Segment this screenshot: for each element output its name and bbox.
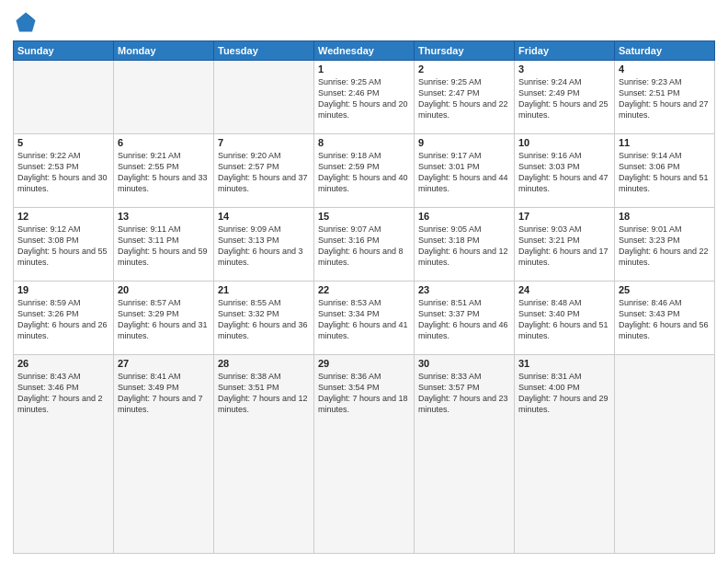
- day-number: 9: [418, 137, 510, 148]
- calendar-cell-w4-d3: 29Sunrise: 8:36 AM Sunset: 3:54 PM Dayli…: [314, 355, 415, 554]
- calendar-cell-w4-d4: 30Sunrise: 8:33 AM Sunset: 3:57 PM Dayli…: [415, 355, 515, 554]
- calendar-cell-w1-d5: 10Sunrise: 9:16 AM Sunset: 3:03 PM Dayli…: [515, 134, 615, 208]
- calendar-body: 1Sunrise: 9:25 AM Sunset: 2:46 PM Daylig…: [14, 61, 715, 554]
- day-number: 27: [118, 358, 210, 369]
- calendar-cell-w1-d4: 9Sunrise: 9:17 AM Sunset: 3:01 PM Daylig…: [415, 134, 515, 208]
- cell-content: Sunrise: 8:51 AM Sunset: 3:37 PM Dayligh…: [418, 297, 510, 342]
- calendar-header: SundayMondayTuesdayWednesdayThursdayFrid…: [14, 41, 715, 61]
- day-number: 29: [318, 358, 410, 369]
- cell-content: Sunrise: 9:23 AM Sunset: 2:51 PM Dayligh…: [619, 76, 711, 121]
- calendar-cell-w0-d5: 3Sunrise: 9:24 AM Sunset: 2:49 PM Daylig…: [515, 61, 615, 134]
- calendar-cell-w2-d0: 12Sunrise: 9:12 AM Sunset: 3:08 PM Dayli…: [14, 208, 114, 282]
- day-number: 28: [218, 358, 310, 369]
- cell-content: Sunrise: 9:09 AM Sunset: 3:13 PM Dayligh…: [218, 224, 310, 269]
- day-number: 2: [418, 63, 510, 75]
- cell-content: Sunrise: 9:11 AM Sunset: 3:11 PM Dayligh…: [118, 224, 210, 269]
- cell-content: Sunrise: 8:55 AM Sunset: 3:32 PM Dayligh…: [218, 297, 310, 342]
- cell-content: Sunrise: 8:43 AM Sunset: 3:46 PM Dayligh…: [17, 371, 109, 416]
- calendar-cell-w1-d1: 6Sunrise: 9:21 AM Sunset: 2:55 PM Daylig…: [114, 134, 214, 208]
- cell-content: Sunrise: 8:36 AM Sunset: 3:54 PM Dayligh…: [318, 371, 410, 416]
- weekday-header-saturday: Saturday: [615, 41, 715, 61]
- day-number: 24: [518, 284, 610, 295]
- calendar-cell-w1-d0: 5Sunrise: 9:22 AM Sunset: 2:53 PM Daylig…: [14, 134, 114, 208]
- day-number: 17: [518, 211, 610, 222]
- calendar-cell-w0-d4: 2Sunrise: 9:25 AM Sunset: 2:47 PM Daylig…: [415, 61, 515, 134]
- day-number: 30: [418, 358, 510, 369]
- calendar-cell-w0-d1: [114, 61, 214, 134]
- calendar-week-0: 1Sunrise: 9:25 AM Sunset: 2:46 PM Daylig…: [14, 61, 715, 134]
- day-number: 3: [518, 63, 610, 75]
- day-number: 6: [118, 137, 210, 148]
- day-number: 1: [318, 63, 410, 75]
- calendar-cell-w3-d4: 23Sunrise: 8:51 AM Sunset: 3:37 PM Dayli…: [415, 282, 515, 355]
- calendar-cell-w1-d6: 11Sunrise: 9:14 AM Sunset: 3:06 PM Dayli…: [615, 134, 715, 208]
- calendar-cell-w0-d2: [214, 61, 314, 134]
- calendar-week-4: 26Sunrise: 8:43 AM Sunset: 3:46 PM Dayli…: [14, 355, 715, 554]
- calendar-cell-w2-d6: 18Sunrise: 9:01 AM Sunset: 3:23 PM Dayli…: [615, 208, 715, 282]
- day-number: 19: [17, 284, 109, 295]
- calendar-cell-w4-d6: [615, 355, 715, 554]
- calendar-cell-w3-d3: 22Sunrise: 8:53 AM Sunset: 3:34 PM Dayli…: [314, 282, 415, 355]
- calendar-cell-w2-d1: 13Sunrise: 9:11 AM Sunset: 3:11 PM Dayli…: [114, 208, 214, 282]
- day-number: 10: [518, 137, 610, 148]
- calendar-week-2: 12Sunrise: 9:12 AM Sunset: 3:08 PM Dayli…: [14, 208, 715, 282]
- cell-content: Sunrise: 8:53 AM Sunset: 3:34 PM Dayligh…: [318, 297, 410, 342]
- weekday-header-sunday: Sunday: [14, 41, 114, 61]
- calendar-cell-w4-d5: 31Sunrise: 8:31 AM Sunset: 4:00 PM Dayli…: [515, 355, 615, 554]
- cell-content: Sunrise: 9:22 AM Sunset: 2:53 PM Dayligh…: [17, 150, 109, 195]
- svg-marker-0: [17, 13, 36, 32]
- calendar-table: SundayMondayTuesdayWednesdayThursdayFrid…: [13, 40, 715, 554]
- cell-content: Sunrise: 9:16 AM Sunset: 3:03 PM Dayligh…: [518, 150, 610, 195]
- day-number: 4: [619, 63, 711, 75]
- cell-content: Sunrise: 9:07 AM Sunset: 3:16 PM Dayligh…: [318, 224, 410, 269]
- day-number: 7: [218, 137, 310, 148]
- calendar-cell-w2-d4: 16Sunrise: 9:05 AM Sunset: 3:18 PM Dayli…: [415, 208, 515, 282]
- calendar-cell-w0-d3: 1Sunrise: 9:25 AM Sunset: 2:46 PM Daylig…: [314, 61, 415, 134]
- day-number: 16: [418, 211, 510, 222]
- logo: [13, 9, 42, 35]
- weekday-header-row: SundayMondayTuesdayWednesdayThursdayFrid…: [14, 41, 715, 61]
- cell-content: Sunrise: 9:05 AM Sunset: 3:18 PM Dayligh…: [418, 224, 510, 269]
- cell-content: Sunrise: 9:20 AM Sunset: 2:57 PM Dayligh…: [218, 150, 310, 195]
- calendar-cell-w3-d5: 24Sunrise: 8:48 AM Sunset: 3:40 PM Dayli…: [515, 282, 615, 355]
- calendar-cell-w0-d6: 4Sunrise: 9:23 AM Sunset: 2:51 PM Daylig…: [615, 61, 715, 134]
- weekday-header-thursday: Thursday: [415, 41, 515, 61]
- day-number: 8: [318, 137, 410, 148]
- weekday-header-tuesday: Tuesday: [214, 41, 314, 61]
- calendar-cell-w4-d0: 26Sunrise: 8:43 AM Sunset: 3:46 PM Dayli…: [14, 355, 114, 554]
- calendar-cell-w3-d0: 19Sunrise: 8:59 AM Sunset: 3:26 PM Dayli…: [14, 282, 114, 355]
- day-number: 13: [118, 211, 210, 222]
- cell-content: Sunrise: 9:14 AM Sunset: 3:06 PM Dayligh…: [619, 150, 711, 195]
- day-number: 22: [318, 284, 410, 295]
- cell-content: Sunrise: 9:03 AM Sunset: 3:21 PM Dayligh…: [518, 224, 610, 269]
- day-number: 18: [619, 211, 711, 222]
- calendar-cell-w2-d3: 15Sunrise: 9:07 AM Sunset: 3:16 PM Dayli…: [314, 208, 415, 282]
- cell-content: Sunrise: 8:31 AM Sunset: 4:00 PM Dayligh…: [518, 371, 610, 416]
- day-number: 14: [218, 211, 310, 222]
- calendar-cell-w3-d6: 25Sunrise: 8:46 AM Sunset: 3:43 PM Dayli…: [615, 282, 715, 355]
- cell-content: Sunrise: 9:17 AM Sunset: 3:01 PM Dayligh…: [418, 150, 510, 195]
- cell-content: Sunrise: 8:46 AM Sunset: 3:43 PM Dayligh…: [619, 297, 711, 342]
- cell-content: Sunrise: 9:25 AM Sunset: 2:47 PM Dayligh…: [418, 76, 510, 121]
- calendar-cell-w1-d3: 8Sunrise: 9:18 AM Sunset: 2:59 PM Daylig…: [314, 134, 415, 208]
- day-number: 11: [619, 137, 711, 148]
- calendar-cell-w4-d1: 27Sunrise: 8:41 AM Sunset: 3:49 PM Dayli…: [114, 355, 214, 554]
- calendar-cell-w0-d0: [14, 61, 114, 134]
- cell-content: Sunrise: 8:48 AM Sunset: 3:40 PM Dayligh…: [518, 297, 610, 342]
- header: [13, 9, 715, 35]
- calendar-cell-w4-d2: 28Sunrise: 8:38 AM Sunset: 3:51 PM Dayli…: [214, 355, 314, 554]
- page: SundayMondayTuesdayWednesdayThursdayFrid…: [0, 0, 728, 563]
- cell-content: Sunrise: 9:18 AM Sunset: 2:59 PM Dayligh…: [318, 150, 410, 195]
- cell-content: Sunrise: 9:25 AM Sunset: 2:46 PM Dayligh…: [318, 76, 410, 121]
- calendar-week-1: 5Sunrise: 9:22 AM Sunset: 2:53 PM Daylig…: [14, 134, 715, 208]
- cell-content: Sunrise: 8:57 AM Sunset: 3:29 PM Dayligh…: [118, 297, 210, 342]
- cell-content: Sunrise: 8:41 AM Sunset: 3:49 PM Dayligh…: [118, 371, 210, 416]
- weekday-header-friday: Friday: [515, 41, 615, 61]
- cell-content: Sunrise: 8:38 AM Sunset: 3:51 PM Dayligh…: [218, 371, 310, 416]
- cell-content: Sunrise: 9:12 AM Sunset: 3:08 PM Dayligh…: [17, 224, 109, 269]
- day-number: 25: [619, 284, 711, 295]
- cell-content: Sunrise: 9:21 AM Sunset: 2:55 PM Dayligh…: [118, 150, 210, 195]
- weekday-header-wednesday: Wednesday: [314, 41, 415, 61]
- logo-icon: [13, 9, 39, 35]
- cell-content: Sunrise: 8:33 AM Sunset: 3:57 PM Dayligh…: [418, 371, 510, 416]
